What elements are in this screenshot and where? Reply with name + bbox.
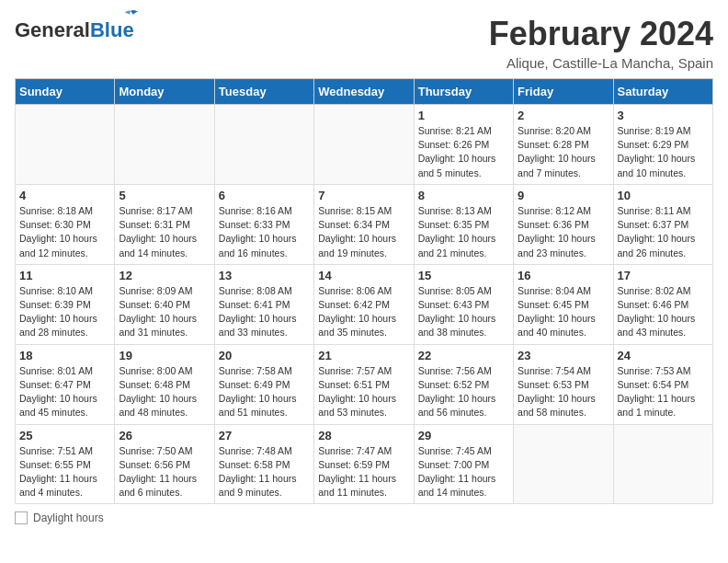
calendar-cell: 19Sunrise: 8:00 AMSunset: 6:48 PMDayligh… (115, 344, 214, 424)
calendar-day-header: Monday (115, 79, 214, 105)
day-info: Sunrise: 8:20 AMSunset: 6:28 PMDaylight:… (518, 124, 609, 180)
footer: Daylight hours (15, 511, 713, 524)
logo-general: General (15, 18, 90, 41)
day-number: 10 (618, 189, 709, 202)
day-info: Sunrise: 8:09 AMSunset: 6:40 PMDaylight:… (119, 284, 210, 340)
calendar-cell: 11Sunrise: 8:10 AMSunset: 6:39 PMDayligh… (16, 264, 115, 344)
day-number: 1 (418, 109, 509, 122)
day-number: 3 (618, 109, 709, 122)
calendar-cell: 1Sunrise: 8:21 AMSunset: 6:26 PMDaylight… (414, 105, 513, 185)
day-number: 9 (518, 189, 609, 202)
title-area: February 2024 Alique, Castille-La Mancha… (489, 15, 713, 71)
day-info: Sunrise: 8:04 AMSunset: 6:45 PMDaylight:… (518, 284, 609, 340)
calendar-cell: 22Sunrise: 7:56 AMSunset: 6:52 PMDayligh… (414, 344, 513, 424)
day-info: Sunrise: 8:18 AMSunset: 6:30 PMDaylight:… (19, 204, 110, 260)
calendar-cell: 17Sunrise: 8:02 AMSunset: 6:46 PMDayligh… (613, 264, 712, 344)
calendar-cell (16, 105, 115, 185)
calendar-cell: 9Sunrise: 8:12 AMSunset: 6:36 PMDaylight… (514, 184, 613, 264)
day-info: Sunrise: 8:13 AMSunset: 6:35 PMDaylight:… (418, 204, 509, 260)
calendar-day-header: Thursday (414, 79, 513, 105)
calendar-cell: 27Sunrise: 7:48 AMSunset: 6:58 PMDayligh… (214, 424, 313, 504)
day-number: 12 (119, 269, 210, 282)
calendar-day-header: Wednesday (314, 79, 414, 105)
day-number: 18 (19, 349, 110, 362)
day-info: Sunrise: 8:01 AMSunset: 6:47 PMDaylight:… (19, 364, 110, 420)
day-number: 28 (318, 429, 409, 442)
day-info: Sunrise: 8:19 AMSunset: 6:29 PMDaylight:… (618, 124, 709, 180)
day-info: Sunrise: 7:48 AMSunset: 6:58 PMDaylight:… (219, 444, 310, 500)
day-info: Sunrise: 7:53 AMSunset: 6:54 PMDaylight:… (618, 364, 709, 420)
day-info: Sunrise: 7:54 AMSunset: 6:53 PMDaylight:… (518, 364, 609, 420)
calendar: SundayMondayTuesdayWednesdayThursdayFrid… (15, 78, 713, 504)
day-info: Sunrise: 7:58 AMSunset: 6:49 PMDaylight:… (219, 364, 310, 420)
day-info: Sunrise: 8:11 AMSunset: 6:37 PMDaylight:… (618, 204, 709, 260)
calendar-cell: 23Sunrise: 7:54 AMSunset: 6:53 PMDayligh… (514, 344, 613, 424)
calendar-cell: 20Sunrise: 7:58 AMSunset: 6:49 PMDayligh… (214, 344, 313, 424)
day-number: 13 (219, 269, 310, 282)
calendar-cell: 4Sunrise: 8:18 AMSunset: 6:30 PMDaylight… (16, 184, 115, 264)
day-number: 19 (119, 349, 210, 362)
calendar-cell: 3Sunrise: 8:19 AMSunset: 6:29 PMDaylight… (613, 105, 712, 185)
day-number: 5 (119, 189, 210, 202)
calendar-cell: 18Sunrise: 8:01 AMSunset: 6:47 PMDayligh… (16, 344, 115, 424)
calendar-cell: 8Sunrise: 8:13 AMSunset: 6:35 PMDaylight… (414, 184, 513, 264)
calendar-cell (514, 424, 613, 504)
day-number: 27 (219, 429, 310, 442)
calendar-cell: 28Sunrise: 7:47 AMSunset: 6:59 PMDayligh… (314, 424, 414, 504)
day-number: 23 (518, 349, 609, 362)
day-number: 7 (318, 189, 409, 202)
day-info: Sunrise: 8:08 AMSunset: 6:41 PMDaylight:… (219, 284, 310, 340)
calendar-cell: 2Sunrise: 8:20 AMSunset: 6:28 PMDaylight… (514, 105, 613, 185)
calendar-header-row: SundayMondayTuesdayWednesdayThursdayFrid… (16, 79, 713, 105)
calendar-cell: 10Sunrise: 8:11 AMSunset: 6:37 PMDayligh… (613, 184, 712, 264)
calendar-cell: 24Sunrise: 7:53 AMSunset: 6:54 PMDayligh… (613, 344, 712, 424)
day-number: 6 (219, 189, 310, 202)
main-title: February 2024 (489, 15, 713, 53)
day-number: 25 (19, 429, 110, 442)
day-info: Sunrise: 8:02 AMSunset: 6:46 PMDaylight:… (618, 284, 709, 340)
logo-bird-icon (121, 9, 140, 24)
calendar-cell: 12Sunrise: 8:09 AMSunset: 6:40 PMDayligh… (115, 264, 214, 344)
calendar-day-header: Friday (514, 79, 613, 105)
daylight-label: Daylight hours (33, 511, 104, 524)
day-number: 24 (618, 349, 709, 362)
day-info: Sunrise: 7:45 AMSunset: 7:00 PMDaylight:… (418, 444, 509, 500)
day-number: 29 (418, 429, 509, 442)
day-number: 2 (518, 109, 609, 122)
daylight-box (15, 511, 28, 524)
day-info: Sunrise: 7:51 AMSunset: 6:55 PMDaylight:… (19, 444, 110, 500)
calendar-cell: 5Sunrise: 8:17 AMSunset: 6:31 PMDaylight… (115, 184, 214, 264)
day-number: 11 (19, 269, 110, 282)
day-info: Sunrise: 8:16 AMSunset: 6:33 PMDaylight:… (219, 204, 310, 260)
day-number: 8 (418, 189, 509, 202)
calendar-cell: 13Sunrise: 8:08 AMSunset: 6:41 PMDayligh… (214, 264, 313, 344)
calendar-cell: 16Sunrise: 8:04 AMSunset: 6:45 PMDayligh… (514, 264, 613, 344)
header: GeneralBlue February 2024 Alique, Castil… (15, 15, 713, 71)
calendar-day-header: Tuesday (214, 79, 313, 105)
calendar-cell: 21Sunrise: 7:57 AMSunset: 6:51 PMDayligh… (314, 344, 414, 424)
day-info: Sunrise: 8:21 AMSunset: 6:26 PMDaylight:… (418, 124, 509, 180)
day-number: 16 (518, 269, 609, 282)
calendar-cell (115, 105, 214, 185)
calendar-cell: 26Sunrise: 7:50 AMSunset: 6:56 PMDayligh… (115, 424, 214, 504)
day-number: 4 (19, 189, 110, 202)
calendar-week-row: 11Sunrise: 8:10 AMSunset: 6:39 PMDayligh… (16, 264, 713, 344)
day-info: Sunrise: 7:47 AMSunset: 6:59 PMDaylight:… (318, 444, 409, 500)
calendar-cell: 7Sunrise: 8:15 AMSunset: 6:34 PMDaylight… (314, 184, 414, 264)
sub-title: Alique, Castille-La Mancha, Spain (489, 55, 713, 71)
day-info: Sunrise: 8:00 AMSunset: 6:48 PMDaylight:… (119, 364, 210, 420)
day-info: Sunrise: 7:56 AMSunset: 6:52 PMDaylight:… (418, 364, 509, 420)
day-number: 21 (318, 349, 409, 362)
day-number: 17 (618, 269, 709, 282)
day-info: Sunrise: 8:10 AMSunset: 6:39 PMDaylight:… (19, 284, 110, 340)
calendar-cell: 6Sunrise: 8:16 AMSunset: 6:33 PMDaylight… (214, 184, 313, 264)
day-number: 14 (318, 269, 409, 282)
day-info: Sunrise: 7:57 AMSunset: 6:51 PMDaylight:… (318, 364, 409, 420)
calendar-week-row: 18Sunrise: 8:01 AMSunset: 6:47 PMDayligh… (16, 344, 713, 424)
calendar-week-row: 25Sunrise: 7:51 AMSunset: 6:55 PMDayligh… (16, 424, 713, 504)
day-info: Sunrise: 8:12 AMSunset: 6:36 PMDaylight:… (518, 204, 609, 260)
calendar-week-row: 1Sunrise: 8:21 AMSunset: 6:26 PMDaylight… (16, 105, 713, 185)
calendar-day-header: Sunday (16, 79, 115, 105)
calendar-week-row: 4Sunrise: 8:18 AMSunset: 6:30 PMDaylight… (16, 184, 713, 264)
day-number: 22 (418, 349, 509, 362)
